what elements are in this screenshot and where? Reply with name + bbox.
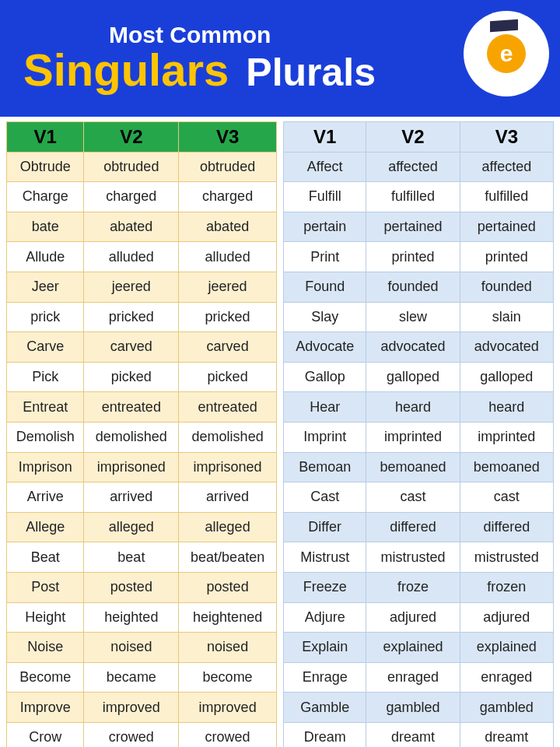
left-cell: become <box>179 662 277 693</box>
table-row: Arrivearrivedarrived <box>7 482 277 513</box>
left-cell: heighted <box>84 602 179 633</box>
right-cell: Differ <box>284 512 366 542</box>
right-cell: Enrage <box>284 662 366 693</box>
left-cell: Demolish <box>7 422 84 452</box>
right-cell: printed <box>460 242 553 272</box>
right-th-v3: V3 <box>460 122 553 153</box>
left-cell: noised <box>84 633 179 663</box>
right-cell: Dream <box>284 722 366 747</box>
right-cell: Gamble <box>284 693 366 723</box>
header-word-plurals: Plurals <box>246 50 376 95</box>
table-row: Advocateadvocatedadvocated <box>284 332 554 363</box>
left-cell: entreated <box>179 392 277 423</box>
table-row: Postpostedposted <box>7 572 277 602</box>
left-cell: Beat <box>7 542 84 573</box>
left-cell: Allege <box>7 512 84 542</box>
table-row: Differdiffereddiffered <box>284 512 554 542</box>
right-cell: explained <box>460 633 553 663</box>
left-cell: improved <box>179 693 277 723</box>
table-row: Alludealludedalluded <box>7 242 277 272</box>
right-cell: explained <box>366 633 460 663</box>
left-cell: imprisoned <box>84 452 179 482</box>
left-th-v1: V1 <box>7 122 84 153</box>
left-cell: demolished <box>179 422 277 452</box>
right-cell: bemoaned <box>460 452 553 482</box>
left-cell: entreated <box>84 392 179 423</box>
right-cell: advocated <box>460 332 553 363</box>
right-cell: heard <box>366 392 460 423</box>
right-cell: Slay <box>284 302 366 332</box>
table-row: Explainexplainedexplained <box>284 633 554 663</box>
right-cell: enraged <box>460 662 553 693</box>
right-cell: printed <box>366 242 460 272</box>
left-cell: arrived <box>179 482 277 513</box>
right-cell: enraged <box>366 662 460 693</box>
right-cell: mistrusted <box>460 542 553 573</box>
left-cell: improved <box>84 693 179 723</box>
left-cell: Jeer <box>7 272 84 302</box>
right-cell: differed <box>460 512 553 542</box>
right-cell: Print <box>284 242 366 272</box>
grad-cap-icon <box>490 19 518 33</box>
left-cell: bate <box>7 212 84 242</box>
left-cell: demolished <box>84 422 179 452</box>
left-cell: picked <box>179 362 277 392</box>
left-cell: alleged <box>84 512 179 542</box>
right-cell: dreamt <box>366 722 460 747</box>
left-cell: crowed <box>84 722 179 747</box>
left-cell: Charge <box>7 182 84 212</box>
left-cell: carved <box>179 332 277 363</box>
right-cell: Hear <box>284 392 366 423</box>
left-cell: crowed <box>179 722 277 747</box>
right-cell: Explain <box>284 633 366 663</box>
left-cell: charged <box>179 182 277 212</box>
table-row: Enrageenragedenraged <box>284 662 554 693</box>
right-table: V1 V2 V3 AffectaffectedaffectedFulfillfu… <box>283 121 554 747</box>
right-cell: gambled <box>366 693 460 723</box>
left-cell: alluded <box>179 242 277 272</box>
right-cell: Gallop <box>284 362 366 392</box>
left-cell: Post <box>7 572 84 602</box>
left-cell: Obtrude <box>7 152 84 182</box>
left-cell: jeered <box>84 272 179 302</box>
left-cell: abated <box>179 212 277 242</box>
left-cell: arrived <box>84 482 179 513</box>
left-cell: heightened <box>179 602 277 633</box>
table-row: Hearheardheard <box>284 392 554 423</box>
left-cell: charged <box>84 182 179 212</box>
table-row: Entreatentreatedentreated <box>7 392 277 423</box>
table-row: Allegeallegedalleged <box>7 512 277 542</box>
left-cell: carved <box>84 332 179 363</box>
left-cell: alluded <box>84 242 179 272</box>
left-table-header-row: V1 V2 V3 <box>7 122 277 153</box>
right-cell: Affect <box>284 152 366 182</box>
left-cell: posted <box>84 572 179 602</box>
table-row: pertainpertainedpertained <box>284 212 554 242</box>
left-table: V1 V2 V3 ObtrudeobtrudedobtrudedChargech… <box>6 121 277 747</box>
table-row: Foundfoundedfounded <box>284 272 554 302</box>
left-cell: Imprison <box>7 452 84 482</box>
table-row: Improveimprovedimproved <box>7 693 277 723</box>
right-cell: cast <box>366 482 460 513</box>
left-cell: noised <box>179 633 277 663</box>
right-cell: Found <box>284 272 366 302</box>
table-row: Printprintedprinted <box>284 242 554 272</box>
right-cell: adjured <box>460 602 553 633</box>
site-logo: e <box>464 11 549 96</box>
right-cell: pertained <box>460 212 553 242</box>
left-cell: pricked <box>179 302 277 332</box>
right-cell: differed <box>366 512 460 542</box>
header: Most Common Singulars Plurals e <box>0 0 560 117</box>
right-cell: slain <box>460 302 553 332</box>
right-cell: heard <box>460 392 553 423</box>
right-cell: imprinted <box>366 422 460 452</box>
left-cell: beat/beaten <box>179 542 277 573</box>
right-cell: froze <box>366 572 460 602</box>
right-cell: Freeze <box>284 572 366 602</box>
right-cell: slew <box>366 302 460 332</box>
table-row: Fulfillfulfilledfulfilled <box>284 182 554 212</box>
right-cell: affected <box>460 152 553 182</box>
left-cell: obtruded <box>84 152 179 182</box>
table-row: Becomebecamebecome <box>7 662 277 693</box>
left-cell: Carve <box>7 332 84 363</box>
